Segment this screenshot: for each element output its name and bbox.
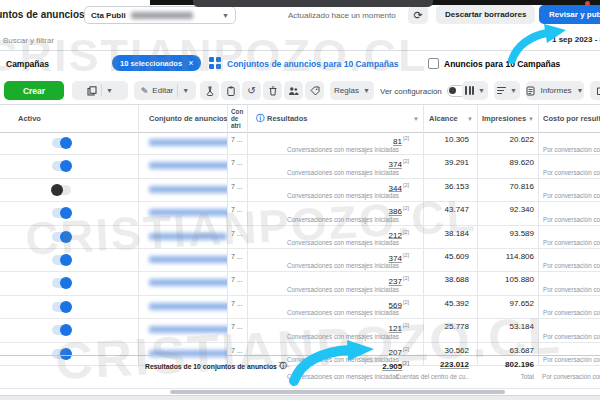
table-row[interactable]: 7 ... 386[2] Conversaciones con mensajes… xyxy=(0,202,600,225)
col-header-attribution[interactable]: Con de atri xyxy=(227,105,247,132)
discard-drafts-button[interactable]: Descartar borradores xyxy=(436,5,535,24)
search-input[interactable]: Buscar y filtrar xyxy=(3,36,54,45)
adset-active-toggle[interactable] xyxy=(52,302,71,312)
search-filter-bar[interactable] xyxy=(0,29,600,51)
adset-name-cell[interactable] xyxy=(138,249,227,271)
table-row[interactable]: 7 ... 81[2] Conversaciones con mensajes … xyxy=(0,132,600,155)
adset-name-cell[interactable] xyxy=(138,296,227,318)
impressions-value: 105.880 xyxy=(478,275,538,284)
results-cell: 121[2] Conversaciones con mensajes inici… xyxy=(247,319,423,341)
rules-button[interactable]: Reglas ▼ xyxy=(330,81,374,100)
result-subtitle: Conversaciones con mensajes iniciadas xyxy=(248,216,423,223)
cost-cell: Por conversación con xyxy=(538,319,600,341)
view-settings-control[interactable]: Ver configuración xyxy=(380,85,467,97)
export-button[interactable]: Exp xyxy=(590,81,600,100)
col-header-reach[interactable]: Alcance ▼ xyxy=(423,105,477,132)
horizontal-scrollbar[interactable] xyxy=(170,390,505,394)
adset-name-cell[interactable] xyxy=(138,155,227,177)
col-header-cost[interactable]: Costo por resultad xyxy=(538,105,600,132)
trash-icon xyxy=(268,86,278,96)
columns-button[interactable]: ▼ xyxy=(462,81,488,100)
result-value[interactable]: 81 xyxy=(393,137,402,146)
adset-name-cell[interactable] xyxy=(138,202,227,224)
adset-name-cell[interactable] xyxy=(138,272,227,294)
result-value[interactable]: 121 xyxy=(389,324,402,333)
footer-reach-total[interactable]: 223.012 xyxy=(323,360,469,369)
table-row[interactable]: 7 ... 237[2] Conversaciones con mensajes… xyxy=(0,272,600,295)
audience-button[interactable] xyxy=(284,81,303,100)
tab-ads[interactable]: Anuncios para 10 Campañas xyxy=(444,59,560,69)
chevron-down-icon[interactable]: ▼ xyxy=(182,87,189,94)
active-cell xyxy=(0,249,138,271)
tag-button[interactable] xyxy=(305,81,324,100)
result-footnote: [2] xyxy=(403,158,409,164)
breakdown-button[interactable]: ▼ xyxy=(494,81,520,100)
table-row[interactable]: 7 ... 569[2] Conversaciones con mensajes… xyxy=(0,296,600,319)
review-publish-button[interactable]: Revisar y publicar xyxy=(539,5,600,24)
tab-adsets[interactable]: Conjuntos de anuncios para 10 Campañas xyxy=(227,59,398,69)
result-value[interactable]: 386 xyxy=(389,207,402,216)
export-icon xyxy=(596,86,600,96)
result-value[interactable]: 374 xyxy=(389,160,402,169)
adset-name-cell[interactable] xyxy=(138,319,227,341)
adset-name-blurred xyxy=(149,279,227,286)
result-value[interactable]: 569 xyxy=(389,300,402,309)
ads-checkbox-icon xyxy=(428,58,439,69)
adset-active-toggle[interactable] xyxy=(52,325,71,335)
ab-test-button[interactable] xyxy=(200,81,219,100)
adset-active-toggle[interactable] xyxy=(52,161,71,171)
adset-name-cell[interactable] xyxy=(138,226,227,248)
result-value[interactable]: 212 xyxy=(389,230,402,239)
date-range-selector[interactable]: 1 sep 2023 - 8 xyxy=(552,35,600,44)
duplicate-button-group[interactable]: ▼ xyxy=(72,81,128,100)
clipboard-button[interactable] xyxy=(221,81,240,100)
impressions-value: 70.816 xyxy=(478,182,538,191)
video-player-strip-handle xyxy=(193,0,433,7)
adset-active-toggle[interactable] xyxy=(52,138,71,148)
result-value[interactable]: 374 xyxy=(389,254,402,263)
col-header-results[interactable]: ⓘ Resultados ▼ xyxy=(247,105,423,132)
reach-value: 43.747 xyxy=(424,205,477,214)
col-header-adset[interactable]: Conjunto de anuncios ▼ xyxy=(138,105,227,132)
table-row[interactable]: 7 ... 212[2] Conversaciones con mensajes… xyxy=(0,226,600,249)
tab-campaigns[interactable]: Campañas xyxy=(6,59,49,69)
create-button[interactable]: Crear xyxy=(4,81,64,100)
reach-value: 36.153 xyxy=(424,182,477,191)
adset-active-toggle[interactable] xyxy=(52,255,71,265)
impressions-value: 20.622 xyxy=(478,135,538,144)
impressions-cell: 70.816 xyxy=(477,179,538,201)
cost-cell: Por conversación con xyxy=(538,179,600,201)
table-row[interactable]: 7 ... 121[2] Conversaciones con mensajes… xyxy=(0,319,600,342)
result-value[interactable]: 237 xyxy=(389,277,402,286)
table-row[interactable]: 7 ... 344[2] Conversaciones con mensajes… xyxy=(0,179,600,202)
chevron-down-icon[interactable]: ▼ xyxy=(106,87,113,94)
result-footnote: [2] xyxy=(403,299,409,305)
adset-active-toggle[interactable] xyxy=(52,278,71,288)
selected-filter-pill[interactable]: 10 seleccionados × xyxy=(112,55,201,71)
attribution-cell: 7 ... xyxy=(227,296,247,318)
adset-active-toggle[interactable] xyxy=(52,208,71,218)
refresh-button[interactable]: ⟳ xyxy=(408,6,428,24)
result-footnote: [2] xyxy=(403,252,409,258)
impressions-cell: 105.880 xyxy=(477,272,538,294)
reports-button[interactable]: Informes ▼ xyxy=(526,81,584,100)
close-icon[interactable]: × xyxy=(188,59,193,68)
account-dropdown[interactable]: Cta Publi ▼ xyxy=(84,6,236,24)
delete-button[interactable] xyxy=(263,81,282,100)
attribution-cell: 7 ... xyxy=(227,179,247,201)
adset-active-toggle[interactable] xyxy=(52,185,71,195)
result-value[interactable]: 344 xyxy=(389,183,402,192)
table-row[interactable]: 7 ... 374[2] Conversaciones con mensajes… xyxy=(0,249,600,272)
adset-active-toggle[interactable] xyxy=(52,232,71,242)
undo-button[interactable]: ↺ xyxy=(242,81,261,100)
impressions-cell: 53.184 xyxy=(477,319,538,341)
edit-button-group[interactable]: ✎ Editar ▼ xyxy=(134,81,196,100)
col-header-active[interactable]: Activo xyxy=(0,105,138,132)
impressions-cell: 20.622 xyxy=(477,132,538,154)
col-header-impressions[interactable]: Impresiones ▼ xyxy=(477,105,538,132)
result-footnote: [2] xyxy=(403,275,409,281)
adset-name-cell[interactable] xyxy=(138,132,227,154)
adset-name-cell[interactable] xyxy=(138,179,227,201)
table-row[interactable]: 7 ... 374[2] Conversaciones con mensajes… xyxy=(0,155,600,178)
attribution-cell: 7 ... xyxy=(227,155,247,177)
